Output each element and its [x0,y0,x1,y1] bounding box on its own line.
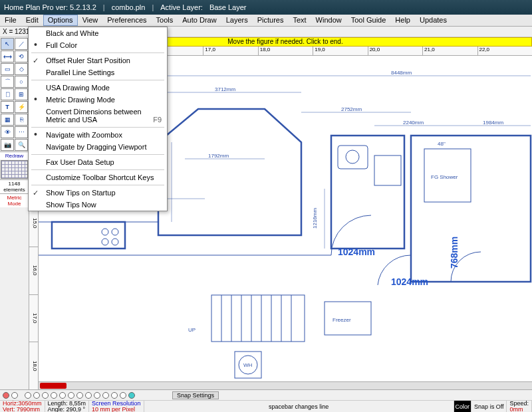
menu-item-usa-drawing-mode[interactable]: USA Drawing Mode [29,82,167,94]
select-tool-icon[interactable]: ↖ [1,38,14,50]
menu-options[interactable]: Options [43,15,78,26]
snap-opt-icon[interactable] [42,392,49,399]
clone-tool-icon[interactable]: ⎘ [15,114,28,126]
polygon-tool-icon[interactable]: ◇ [15,63,28,75]
menu-item-offset-ruler-start-position[interactable]: Offset Ruler Start Position [29,54,167,66]
menu-window[interactable]: Window [311,15,346,26]
status-speed: Speed:0mm [507,401,532,412]
dim-tool-icon[interactable]: ⟷ [1,51,14,62]
snap-toggle-icon[interactable] [3,392,9,399]
snap-opt-icon[interactable] [68,392,74,399]
hide-tool-icon[interactable]: 👁 [1,126,14,138]
menu-item-show-tips-now[interactable]: Show Tips Now [29,199,167,211]
menu-tool-guide[interactable]: Tool Guide [346,15,391,26]
zoom-tool-icon[interactable]: 🔍 [15,139,28,151]
menu-item-metric-drawing-mode[interactable]: Metric Drawing Mode [29,94,167,106]
fast-tool-icon[interactable]: ⚡ [15,101,28,113]
menu-tools[interactable]: Tools [152,15,178,26]
status-horiz-vert: Horiz:3050mmVert: 7990mm [0,401,45,412]
circle-tool-icon[interactable]: ○ [15,76,28,88]
dim-1024-b: 1024mm [391,276,428,287]
menu-preferences[interactable]: Preferences [102,15,151,26]
menu-item-fax-user-data-setup[interactable]: Fax User Data Setup [29,156,167,168]
arc-tool-icon[interactable]: ⌒ [1,76,14,88]
menu-auto-draw[interactable]: Auto Draw [178,15,221,26]
label-48in: 48" [438,141,446,147]
svg-point-2 [102,239,108,245]
options-menu[interactable]: Black and WhiteFull ColorOffset Ruler St… [28,27,168,211]
dim-1984: 1984mm [483,120,503,126]
dim-768: 768mm [449,237,460,268]
snap-opt-icon[interactable] [76,392,83,399]
menu-help[interactable]: Help [390,15,415,26]
misc-tool-icon[interactable]: ⋯ [15,126,28,138]
file-name: combo.pln [112,3,146,11]
status-bar: Snap Settings Horiz:3050mmVert: 7990mm L… [0,389,532,412]
snap-opt-icon[interactable] [128,392,135,399]
status-color-button[interactable]: Color [454,401,472,412]
scrollbar-thumb[interactable] [40,383,66,389]
menu-edit[interactable]: Edit [21,15,43,26]
dim-3712: 3712mm [215,86,235,92]
menu-item-full-color[interactable]: Full Color [29,39,167,51]
active-layer-label: Active Layer: [160,3,203,11]
menu-item-navigate-by-dragging-viewport[interactable]: Navigate by Dragging Viewport [29,141,167,153]
snap-opt-icon[interactable] [85,392,92,399]
label-up: UP [188,327,196,333]
menu-item-convert-dimensions-between-met[interactable]: Convert Dimensions between Metric and US… [29,106,167,126]
snap-dot-icon[interactable] [11,392,18,399]
text-tool-icon[interactable]: T [1,101,14,113]
svg-point-5 [346,150,359,163]
snap-opt-icon[interactable] [59,392,66,399]
active-layer: Base Layer [209,3,247,11]
menu-bar[interactable]: FileEditOptionsViewPreferencesToolsAuto … [0,15,532,27]
svg-point-1 [112,229,118,235]
line-tool-icon[interactable]: ／ [15,38,28,50]
dim-1024-a: 1024mm [338,247,375,257]
menu-item-show-tips-on-startup[interactable]: Show Tips on Startup [29,187,167,199]
menu-layers[interactable]: Layers [221,15,253,26]
label-fg-shower: FG Shower [431,174,458,180]
redraw-button[interactable]: Redraw [0,152,29,159]
svg-point-3 [112,239,118,245]
status-resolution: Screen Resolution10 mm per Pixel [89,401,144,412]
menu-updates[interactable]: Updates [415,15,452,26]
snap-opt-icon[interactable] [25,392,31,399]
svg-rect-6 [374,155,401,185]
menu-item-navigate-with-zoombox[interactable]: Navigate with Zoombox [29,129,167,141]
tool-column: ↖ ／ ⟷ ⟲ ▭ ◇ ⌒ ○ ⎕ ⊞ T ⚡ ▦ ⎘ 👁 ⋯ 📷 🔍 Redr… [0,37,29,389]
element-count: 1148 elements [0,179,29,193]
rotate-tool-icon[interactable]: ⟲ [15,51,28,62]
dim-1792: 1792mm [208,153,229,159]
snap-bar: Snap Settings [0,390,532,401]
hatch-preview[interactable] [1,160,28,179]
window-tool-icon[interactable]: ⊞ [15,88,28,100]
snap-opt-icon[interactable] [94,392,100,399]
menu-item-customize-toolbar-shortcut-key[interactable]: Customize Toolbar Shortcut Keys [29,171,167,183]
menu-text[interactable]: Text [288,15,311,26]
menu-view[interactable]: View [78,15,103,26]
snap-opt-icon[interactable] [102,392,109,399]
status-snap: Snap is Off [471,401,507,412]
snap-settings-button[interactable]: Snap Settings [172,391,219,399]
door-tool-icon[interactable]: ⎕ [1,88,14,100]
camera-tool-icon[interactable]: 📷 [1,139,14,151]
menu-item-parallel-line-settings[interactable]: Parallel Line Settings [29,66,167,78]
title-bar: Home Plan Pro ver: 5.2.13.2 | combo.pln … [0,0,532,15]
app-title: Home Plan Pro ver: 5.2.13.2 [4,3,96,11]
scrollbar-horizontal[interactable] [39,381,532,389]
menu-file[interactable]: File [0,15,21,26]
snap-opt-icon[interactable] [33,392,40,399]
label-freezer: Freezer [332,317,351,323]
snap-opt-icon[interactable] [111,392,118,399]
label-wh: WH [243,362,253,368]
rect-tool-icon[interactable]: ▭ [1,63,14,75]
dim-2240: 2240mm [403,120,424,126]
snap-opt-icon[interactable] [120,392,126,399]
menu-pictures[interactable]: Pictures [253,15,289,26]
snap-opt-icon[interactable] [51,392,57,399]
drawing-mode: Metric Mode [0,193,29,207]
dim-8448: 8448mm [391,70,412,76]
hatch-tool-icon[interactable]: ▦ [1,114,14,126]
menu-item-black-and-white[interactable]: Black and White [29,27,167,39]
